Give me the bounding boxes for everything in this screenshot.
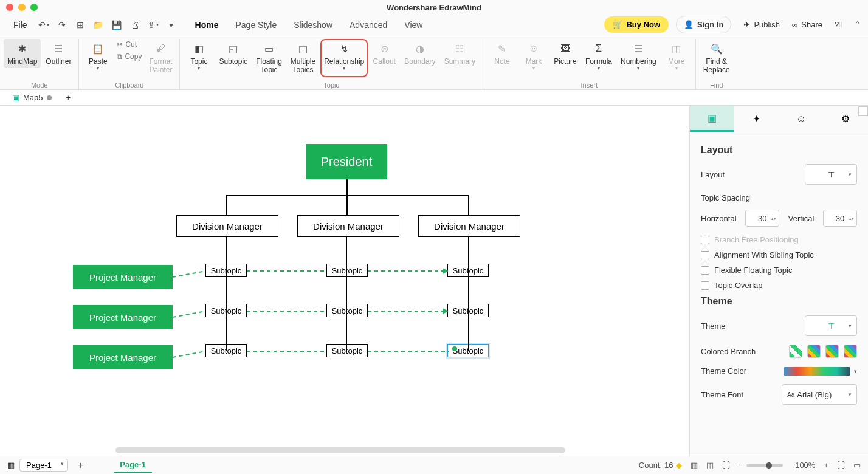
sidebar-tab-layout[interactable]: ▣ [690, 106, 734, 132]
collapse-ribbon-button[interactable]: ⌃ [854, 20, 861, 29]
fit-button[interactable]: ⛶ [722, 461, 730, 470]
sidebar-tab-emoji[interactable]: ☺ [779, 106, 824, 132]
share-icon: ∞ [792, 20, 797, 29]
mindmap-mode-button[interactable]: ✱MindMap [4, 39, 41, 68]
zoom-in-button[interactable]: + [824, 461, 828, 470]
node-pm-1[interactable]: Project Manager [73, 265, 173, 289]
sidebar-tab-style[interactable]: ✦ [734, 106, 779, 132]
publish-button[interactable]: ✈Publish [743, 20, 780, 29]
paste-icon: 📋 [91, 41, 105, 56]
page-select[interactable]: Page-1 [19, 459, 68, 472]
flexible-checkbox[interactable]: Flexible Floating Topic [701, 266, 857, 275]
theme-color-bar[interactable] [784, 367, 850, 376]
subtopic-button[interactable]: ◰Subtopic [215, 39, 251, 77]
cut-button[interactable]: ✂Cut [114, 39, 144, 50]
zoom-slider[interactable] [746, 464, 783, 467]
theme-select[interactable]: ⊤ [805, 315, 857, 336]
redo-button[interactable]: ↷ [54, 17, 70, 33]
page-tab-active[interactable]: Page-1 [114, 458, 152, 473]
branch-swatch-2[interactable] [807, 345, 821, 358]
summary-button[interactable]: ☷Summary [441, 39, 479, 77]
theme-label: Theme [701, 321, 725, 331]
horizontal-input[interactable]: 30 [745, 210, 779, 227]
tab-view[interactable]: View [403, 18, 424, 32]
theme-font-select[interactable]: AaArial (Big) [782, 384, 857, 405]
note-button[interactable]: ✎Note [487, 39, 517, 74]
topic-button[interactable]: ◧Topic [184, 39, 214, 77]
more-button[interactable]: ◫More [661, 39, 692, 74]
save-button[interactable]: 💾 [109, 17, 125, 33]
add-tab-button[interactable]: + [59, 91, 78, 105]
panel-toggle[interactable] [858, 106, 868, 116]
new-button[interactable]: ⊞ [72, 17, 88, 33]
mark-button[interactable]: ☺Mark [518, 39, 549, 74]
outliner-mode-button[interactable]: ☰Outliner [42, 39, 75, 68]
vertical-input[interactable]: 30 [823, 210, 857, 227]
boundary-button[interactable]: ◑Boundary [401, 39, 439, 77]
callout-icon: ⊜ [377, 41, 391, 56]
alignment-checkbox[interactable]: Alignment With Sibling Topic [701, 250, 857, 259]
floating-topic-button[interactable]: ▭Floating Topic [252, 39, 286, 77]
minimize-panel-button[interactable]: ▭ [853, 461, 861, 470]
paste-button[interactable]: 📋Paste [83, 39, 113, 77]
multiple-topics-button[interactable]: ◫Multiple Topics [287, 39, 319, 77]
node-div-mgr-2[interactable]: Division Manager [297, 215, 399, 237]
zoom-out-button[interactable]: − [739, 461, 743, 470]
undo-button[interactable]: ↶ [36, 17, 52, 33]
picture-button[interactable]: 🖼Picture [550, 39, 580, 74]
doc-tab-map5[interactable]: ▣ Map5 [5, 91, 59, 105]
export-button[interactable]: ⇪ [145, 17, 161, 33]
minimize-window-icon[interactable] [18, 4, 26, 11]
buy-now-button[interactable]: 🛒Buy Now [604, 16, 669, 33]
page-list-icon[interactable]: ▥ [7, 461, 15, 470]
svg-line-0 [173, 271, 205, 277]
format-painter-button[interactable]: 🖌Format Painter [145, 39, 176, 77]
node-pm-2[interactable]: Project Manager [73, 305, 173, 329]
summary-label: Summary [444, 57, 475, 66]
node-subtopic[interactable]: Subtopic [326, 304, 368, 317]
file-menu[interactable]: File [7, 18, 33, 32]
node-div-mgr-1[interactable]: Division Manager [176, 215, 278, 237]
canvas[interactable]: President Division Manager Division Mana… [0, 106, 689, 456]
callout-label: Callout [373, 57, 396, 66]
copy-button[interactable]: ⧉Copy [114, 51, 144, 62]
tab-home[interactable]: Home [194, 18, 220, 32]
close-window-icon[interactable] [6, 4, 13, 11]
open-button[interactable]: 📁 [91, 17, 106, 33]
branch-swatch-4[interactable] [844, 345, 857, 358]
theme-font-label: Theme Font [701, 390, 743, 399]
print-button[interactable]: 🖨 [127, 17, 143, 33]
branch-swatch-1[interactable] [789, 345, 802, 358]
tab-page-style[interactable]: Page Style [234, 18, 278, 32]
node-div-mgr-3[interactable]: Division Manager [418, 215, 520, 237]
tab-slideshow[interactable]: Slideshow [292, 18, 334, 32]
view-mode-1[interactable]: ▥ [691, 461, 698, 470]
node-president[interactable]: President [306, 144, 387, 179]
fullscreen-button[interactable]: ⛶ [837, 461, 845, 470]
mark-icon: ☺ [526, 41, 541, 56]
find-replace-button[interactable]: 🔍Find & Replace [700, 39, 734, 77]
branch-swatch-3[interactable] [825, 345, 839, 358]
node-subtopic[interactable]: Subtopic [326, 264, 368, 277]
tab-advanced[interactable]: Advanced [348, 18, 388, 32]
qat-customize[interactable]: ▾ [164, 17, 179, 33]
overlap-checkbox[interactable]: Topic Overlap [701, 281, 857, 290]
maximize-window-icon[interactable] [30, 4, 38, 11]
node-subtopic[interactable]: Subtopic [326, 344, 368, 357]
alignment-label: Alignment With Sibling Topic [714, 250, 814, 259]
callout-button[interactable]: ⊜Callout [369, 39, 399, 77]
view-mode-2[interactable]: ◫ [706, 461, 714, 470]
help-button[interactable]: ?⃝ [835, 20, 842, 29]
doc-tab-label: Map5 [23, 93, 43, 102]
numbering-button[interactable]: ☰Numbering [617, 39, 660, 74]
add-page-button[interactable]: + [78, 460, 83, 471]
doc-icon: ▣ [12, 93, 19, 102]
relationship-button[interactable]: ↯Relationship [320, 39, 368, 77]
layout-select[interactable]: ⊤ [805, 164, 857, 185]
share-button[interactable]: ∞Share [792, 20, 822, 29]
sign-in-button[interactable]: 👤Sign In [676, 16, 731, 33]
flexible-label: Flexible Floating Topic [714, 266, 792, 275]
node-pm-3[interactable]: Project Manager [73, 345, 173, 369]
formula-button[interactable]: ΣFormula [582, 39, 616, 74]
horizontal-scrollbar[interactable] [115, 447, 565, 453]
